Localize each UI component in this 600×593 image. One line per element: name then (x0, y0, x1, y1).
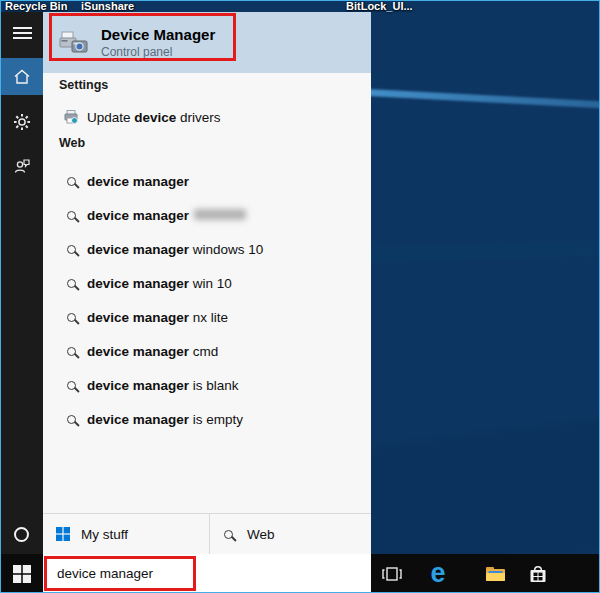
task-view-icon (381, 565, 403, 583)
desktop-icon-recycle-bin[interactable]: Recycle Bin (5, 1, 67, 12)
web-suggestion-4[interactable]: device manager win 10 (43, 268, 371, 298)
file-explorer-icon (485, 565, 506, 582)
windows-desktop: Recycle Bin iSunshare BitLock_UI... (0, 0, 600, 593)
search-icon (67, 381, 76, 390)
search-icon (67, 177, 76, 186)
taskbar: e (1, 554, 600, 593)
hamburger-icon (13, 24, 32, 42)
task-view-button[interactable] (375, 554, 409, 593)
top-result-subtitle: Control panel (101, 45, 215, 59)
sidebar-item-feedback[interactable] (1, 147, 43, 184)
sidebar-item-home[interactable] (1, 58, 43, 95)
web-button[interactable]: Web (209, 514, 371, 554)
top-result-title: Device Manager (101, 26, 215, 43)
web-section-header: Web (59, 136, 85, 152)
sidebar-item-settings[interactable] (1, 103, 43, 140)
start-button[interactable] (1, 554, 43, 593)
settings-result-update-device-drivers[interactable]: Update device drivers (43, 102, 371, 132)
search-icon (67, 245, 76, 254)
web-suggestion-2[interactable]: device manager (43, 200, 371, 230)
search-icon (67, 313, 76, 322)
windows-flag-icon (56, 527, 70, 541)
search-icon (67, 279, 76, 288)
web-suggestion-6[interactable]: device manager cmd (43, 336, 371, 366)
home-icon (12, 67, 32, 87)
my-stuff-button[interactable]: My stuff (43, 514, 209, 554)
printer-driver-icon (63, 109, 79, 125)
search-icon (224, 530, 233, 539)
web-suggestion-7[interactable]: device manager is blank (43, 370, 371, 400)
search-icon (67, 415, 76, 424)
search-results-panel: Device Manager Control panel Settings Up… (43, 12, 371, 554)
blurred-text (194, 209, 246, 220)
search-icon (67, 347, 76, 356)
search-scope-footer: My stuff Web (43, 513, 371, 554)
edge-icon: e (430, 560, 445, 587)
web-suggestion-3[interactable]: device manager windows 10 (43, 234, 371, 264)
web-suggestion-5[interactable]: device manager nx lite (43, 302, 371, 332)
windows-start-icon (13, 565, 31, 583)
search-panel-sidebar (1, 12, 43, 554)
gear-icon (12, 112, 32, 132)
edge-browser-button[interactable]: e (421, 554, 455, 593)
web-suggestion-1[interactable]: device manager (43, 166, 371, 196)
top-result-device-manager[interactable]: Device Manager Control panel (43, 12, 371, 73)
person-feedback-icon (12, 156, 32, 176)
cortana-ring-icon[interactable] (14, 527, 29, 542)
menu-button[interactable] (1, 14, 43, 51)
web-suggestion-8[interactable]: device manager is empty (43, 404, 371, 434)
desktop-icon-isunshare[interactable]: iSunshare (81, 1, 134, 12)
taskbar-search-input[interactable] (43, 554, 371, 593)
settings-section-header: Settings (59, 78, 108, 94)
windows-store-icon (528, 564, 548, 584)
desktop-icon-bitlock[interactable]: BitLock_UI... (346, 1, 413, 12)
device-manager-icon (59, 29, 89, 57)
windows-store-button[interactable] (521, 554, 555, 593)
file-explorer-button[interactable] (478, 554, 512, 593)
search-icon (67, 211, 76, 220)
